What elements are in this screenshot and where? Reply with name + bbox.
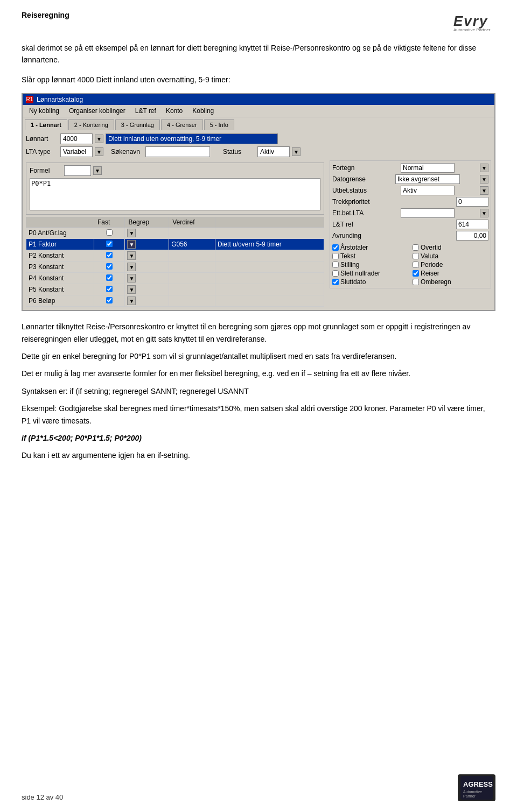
valuta-checkbox[interactable] <box>413 253 419 259</box>
tab-info[interactable]: 5 - Info <box>204 119 234 130</box>
arstotaler-cb-item: Årstotaler <box>332 244 408 251</box>
lt-ref-label: L&T ref <box>332 221 375 228</box>
p1-fast-checkbox[interactable] <box>106 241 113 247</box>
datogrense-dropdown-icon[interactable]: ▼ <box>480 175 488 183</box>
p1-begrep-dropdown[interactable]: ▼ <box>127 240 136 249</box>
status-dropdown-icon[interactable]: ▼ <box>292 147 301 156</box>
table-row: P2 Konstant ▼ <box>26 250 324 262</box>
sokenavn-input[interactable] <box>145 146 210 157</box>
row-p1-fast <box>94 239 125 250</box>
valuta-cb-item: Valuta <box>413 252 488 260</box>
row-p4-verdiref <box>169 273 215 284</box>
lta-type-dropdown-icon[interactable]: ▼ <box>95 147 103 156</box>
svg-text:Evry: Evry <box>453 13 488 29</box>
formel-dropdown-icon[interactable]: ▼ <box>93 166 102 175</box>
avrunding-input[interactable] <box>456 231 488 241</box>
form-area: Lønnart ▼ LTA type ▼ Søkenavn Status ▼ F… <box>23 130 494 310</box>
omberegn-label: Omberegn <box>421 278 451 286</box>
row-p0-extra <box>215 228 324 239</box>
row-p5-extra <box>215 284 324 295</box>
params-table: Fast Begrep Verdiref P0 Ant/Gr.lag ▼ <box>26 217 324 307</box>
fortegn-dropdown-icon[interactable]: ▼ <box>480 164 488 172</box>
ettbet-row: Ett.bet.LTA ▼ <box>332 208 488 218</box>
p0-fast-checkbox[interactable] <box>106 229 113 236</box>
utbet-dropdown-icon[interactable]: ▼ <box>480 186 488 195</box>
row-p2-id: P2 Konstant <box>26 250 94 262</box>
menu-organiser[interactable]: Organiser koblinger <box>65 106 130 116</box>
arstotaler-checkbox[interactable] <box>332 244 339 251</box>
fortegn-row: Fortegn ▼ <box>332 163 488 173</box>
formel-textarea[interactable]: P0*P1 <box>30 178 320 210</box>
menu-konto[interactable]: Konto <box>162 106 187 116</box>
datogrense-label: Datogrense <box>332 175 375 183</box>
lonnart-dropdown-icon[interactable]: ▼ <box>95 135 103 143</box>
p5-begrep-dropdown[interactable]: ▼ <box>127 285 136 294</box>
reiser-label: Reiser <box>421 270 439 277</box>
lt-ref-input[interactable] <box>456 220 488 229</box>
dialog-titlebar: R1 Lønnartskatalog <box>23 94 494 105</box>
page-footer: side 12 av 40 AGRESSO Automotive Partner <box>0 774 517 801</box>
tekst-checkbox[interactable] <box>332 253 339 259</box>
periode-checkbox[interactable] <box>413 262 419 268</box>
slett-null-checkbox[interactable] <box>332 270 339 277</box>
p3-begrep-dropdown[interactable]: ▼ <box>127 263 136 271</box>
row-p4-fast <box>94 273 125 284</box>
stilling-checkbox[interactable] <box>332 262 339 268</box>
sluttdato-checkbox[interactable] <box>332 279 339 285</box>
arstotaler-label: Årstotaler <box>340 244 368 251</box>
footer-logo: AGRESSO Automotive Partner <box>458 774 495 801</box>
p3-fast-checkbox[interactable] <box>106 263 113 270</box>
p4-fast-checkbox[interactable] <box>106 274 113 281</box>
overtid-checkbox[interactable] <box>413 244 419 251</box>
row-p5-fast <box>94 284 125 295</box>
ettbet-dropdown-icon[interactable]: ▼ <box>480 209 488 217</box>
row-p5-verdiref <box>169 284 215 295</box>
svg-text:Partner: Partner <box>463 794 476 798</box>
tab-grunnlag[interactable]: 3 - Grunnlag <box>115 119 160 130</box>
omberegn-cb-item: Omberegn <box>413 278 488 286</box>
row-p1-verdiref: G056 <box>169 239 215 250</box>
two-col-layout: Formel ▼ P0*P1 Fast Begrep Verdiref <box>26 160 491 307</box>
left-col: Formel ▼ P0*P1 Fast Begrep Verdiref <box>26 160 324 307</box>
omberegn-checkbox[interactable] <box>413 279 419 285</box>
menu-ny-kobling[interactable]: Ny kobling <box>25 106 64 116</box>
tab-kontering[interactable]: 2 - Kontering <box>68 119 114 130</box>
row-p2-extra <box>215 250 324 262</box>
text-block-1: Lønnarter tilknyttet Reise-/Personreskon… <box>22 321 495 345</box>
text-block-2: Dette gir en enkel beregning for P0*P1 s… <box>22 350 495 362</box>
tekst-cb-item: Tekst <box>332 252 408 260</box>
p4-begrep-dropdown[interactable]: ▼ <box>127 274 136 283</box>
tekst-label: Tekst <box>340 252 355 260</box>
status-input[interactable] <box>257 146 290 157</box>
tab-grenser[interactable]: 4 - Grenser <box>161 119 203 130</box>
page-header: Reiseregning Evry Automotive Partner <box>22 11 495 32</box>
p6-begrep-dropdown[interactable]: ▼ <box>127 296 136 305</box>
trekkprioritet-input[interactable] <box>456 197 488 207</box>
col-header-id <box>26 217 94 228</box>
row-p0-fast <box>94 228 125 239</box>
trekkprioritet-row: Trekkprioritet <box>332 197 488 207</box>
ettbet-label: Ett.bet.LTA <box>332 209 375 217</box>
row-p3-id: P3 Konstant <box>26 262 94 273</box>
p5-fast-checkbox[interactable] <box>106 286 113 292</box>
utbet-input[interactable] <box>401 186 455 195</box>
lonnart-desc-input[interactable] <box>106 133 278 144</box>
datogrense-input[interactable] <box>395 174 460 184</box>
overtid-label: Overtid <box>421 244 442 251</box>
row-p6-verdiref <box>169 295 215 307</box>
p6-fast-checkbox[interactable] <box>106 297 113 303</box>
reiser-cb-item: Reiser <box>413 270 488 277</box>
fortegn-input[interactable] <box>401 163 455 173</box>
p0-begrep-dropdown[interactable]: ▼ <box>127 229 136 237</box>
tab-lonnart[interactable]: 1 - Lønnart <box>25 119 67 130</box>
ettbet-input[interactable] <box>401 208 455 218</box>
menu-kobling[interactable]: Kobling <box>188 106 218 116</box>
table-row: P6 Beløp ▼ <box>26 295 324 307</box>
p2-begrep-dropdown[interactable]: ▼ <box>127 251 136 260</box>
reiser-checkbox[interactable] <box>413 270 419 277</box>
menu-lt-ref[interactable]: L&T ref <box>131 106 160 116</box>
lta-type-input[interactable] <box>60 146 93 157</box>
p2-fast-checkbox[interactable] <box>106 252 113 258</box>
lonnart-input[interactable] <box>60 133 93 144</box>
formel-input-small[interactable] <box>64 165 91 176</box>
